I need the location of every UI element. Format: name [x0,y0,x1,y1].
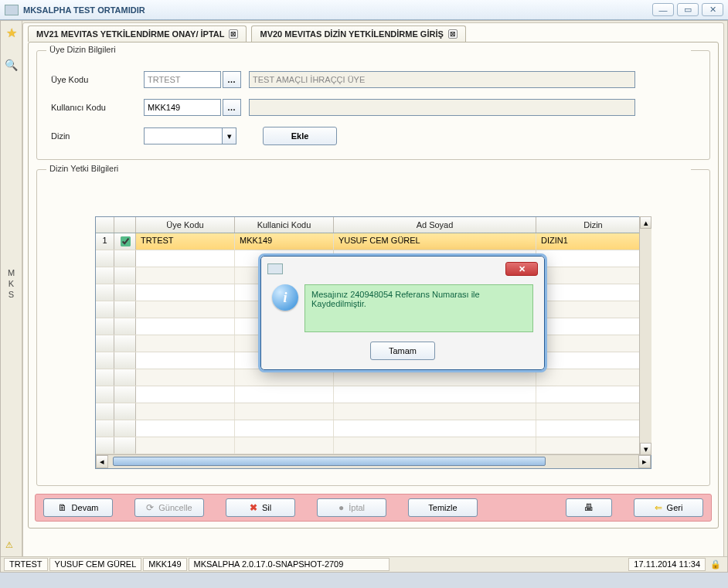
window-titlebar: MKSALPHA TEST ORTAMIDIR — ▭ ✕ [0,0,728,20]
kullanici-kodu-lookup-button[interactable]: … [223,99,241,116]
kullanici-kodu-description [249,99,635,116]
dialog-titlebar[interactable]: ✕ [264,260,541,278]
close-button[interactable]: ✕ [702,3,723,16]
tab-bar: MV21 MEVITAS YETKİLENDİRME ONAY/ İPTAL ⊠… [23,23,723,42]
uye-kodu-description [249,71,635,88]
geri-button[interactable]: ⇐ Geri [634,498,703,517]
uye-kodu-input[interactable] [144,71,221,88]
status-datetime: 17.11.2014 11:34 [628,558,706,571]
grid-header-row: Üye Kodu Kullanici Kodu Ad Soyad Dizin [96,217,651,233]
action-bar: 🗎 Devam ⟳ Güncelle ✖ Sil ● İptal Temizle [35,494,712,522]
scroll-thumb[interactable] [113,457,546,466]
sil-label: Sil [262,503,271,512]
table-row[interactable] [96,437,651,454]
row-checkbox-cell [114,233,136,250]
tab-close-icon[interactable]: ⊠ [448,29,458,39]
dizin-dropdown[interactable]: ▾ [144,127,236,144]
lock-icon[interactable]: 🔒 [707,559,724,569]
iptal-button: ● İptal [317,498,386,517]
uye-dizin-bilgileri-group: Üye Dizin Bilgileri Üye Kodu … Kullanıcı… [36,50,710,160]
scroll-vtrack[interactable] [640,229,651,443]
favorite-icon[interactable]: ★ [6,25,17,40]
tamam-button[interactable]: Tamam [370,342,435,360]
tab-label: MV21 MEVITAS YETKİLENDİRME ONAY/ İPTAL [36,29,224,39]
fieldset-legend: Dizin Yetki Bilgileri [46,164,691,173]
guncelle-button: ⟳ Güncelle [134,498,204,517]
ekle-button[interactable]: Ekle [263,127,337,145]
cell-uye-kodu: TRTEST [136,233,235,250]
mks-label: M K S [8,267,15,300]
scroll-down-icon[interactable]: ▾ [640,443,651,455]
uye-kodu-label: Üye Kodu [51,75,144,84]
tab-close-icon[interactable]: ⊠ [229,29,238,39]
status-bar: TRTEST YUSUF CEM GÜREL MKK149 MKSALPHA 2… [1,556,727,572]
minimize-button[interactable]: — [652,3,674,16]
maximize-button[interactable]: ▭ [677,3,699,16]
printer-icon: 🖶 [584,502,594,513]
kullanici-kodu-input[interactable] [144,99,221,116]
dizin-label: Dizin [51,131,144,141]
left-sidebar: ★ 🔍 M K S [1,21,22,556]
row-number: 1 [96,233,114,250]
refresh-icon: ⟳ [146,502,154,513]
devam-button[interactable]: 🗎 Devam [43,498,113,517]
kullanici-kodu-label: Kullanıcı Kodu [51,103,144,112]
back-arrow-icon: ⇐ [655,502,662,513]
dialog-message: Mesajınız 240948054 Referans Numarası il… [304,284,533,332]
status-uye: TRTEST [4,558,48,571]
grid-v-scrollbar[interactable]: ▴ ▾ [639,216,651,455]
table-row[interactable] [96,420,651,437]
chevron-down-icon[interactable]: ▾ [222,128,236,144]
scroll-right-icon[interactable]: ▸ [638,455,651,468]
cell-dizin: DIZIN1 [536,233,651,250]
scroll-track[interactable] [108,455,638,468]
delete-icon: ✖ [250,502,257,513]
iptal-label: İptal [349,503,365,512]
geri-label: Geri [667,503,683,512]
status-version: MKSALPHA 2.0.17.0-SNAPSHOT-2709 [189,558,390,571]
table-row[interactable] [96,403,651,420]
table-row[interactable] [96,369,651,386]
scroll-left-icon[interactable]: ◂ [96,455,108,468]
tab-mv21[interactable]: MV21 MEVITAS YETKİLENDİRME ONAY/ İPTAL ⊠ [28,25,247,42]
scroll-up-icon[interactable]: ▴ [640,216,651,229]
table-row[interactable] [96,386,651,403]
warning-icon[interactable]: ⚠ [5,540,13,550]
app-logo-icon [5,5,19,15]
grid-h-scrollbar[interactable]: ◂ ▸ [96,454,651,468]
tab-label: MV20 MEVITAS DİZİN YETKİLENDİRME GİRİŞ [260,29,443,39]
grid-header-dizin[interactable]: Dizin [536,217,651,233]
row-checkbox[interactable] [121,236,131,246]
ekle-button-label: Ekle [291,131,309,141]
grid-header-kullanici-kodu[interactable]: Kullanici Kodu [235,217,334,233]
guncelle-label: Güncelle [158,503,192,512]
sil-button[interactable]: ✖ Sil [226,498,295,517]
search-icon[interactable]: 🔍 [5,59,18,71]
devam-label: Devam [72,503,99,512]
window-title: MKSALPHA TEST ORTAMIDIR [23,5,649,15]
print-button[interactable]: 🖶 [566,498,612,517]
temizle-button[interactable]: Temizle [408,498,478,517]
info-dialog: ✕ i Mesajınız 240948054 Referans Numaras… [260,256,545,370]
status-kullanici: MKK149 [143,558,186,571]
tamam-label: Tamam [389,346,417,355]
temizle-label: Temizle [428,503,457,512]
document-icon: 🗎 [58,502,67,513]
grid-header-uye-kodu[interactable]: Üye Kodu [136,217,235,233]
cell-kullanici-kodu: MKK149 [235,233,334,250]
status-user: YUSUF CEM GÜREL [49,558,142,571]
dialog-close-button[interactable]: ✕ [505,262,538,276]
grid-header-check [114,217,136,233]
dialog-logo-icon [267,263,283,274]
cell-ad-soyad: YUSUF CEM GÜREL [334,233,536,250]
tab-mv20[interactable]: MV20 MEVITAS DİZİN YETKİLENDİRME GİRİŞ ⊠ [251,25,465,42]
fieldset-legend: Üye Dizin Bilgileri [46,45,691,54]
table-row[interactable]: 1 TRTEST MKK149 YUSUF CEM GÜREL DIZIN1 [96,233,651,250]
grid-header-rownum [96,217,114,233]
grid-header-ad-soyad[interactable]: Ad Soyad [334,217,536,233]
uye-kodu-lookup-button[interactable]: … [223,71,241,88]
info-icon: i [272,284,298,311]
tab-panel: Üye Dizin Bilgileri Üye Kodu … Kullanıcı… [28,42,719,529]
cancel-icon: ● [338,502,344,513]
